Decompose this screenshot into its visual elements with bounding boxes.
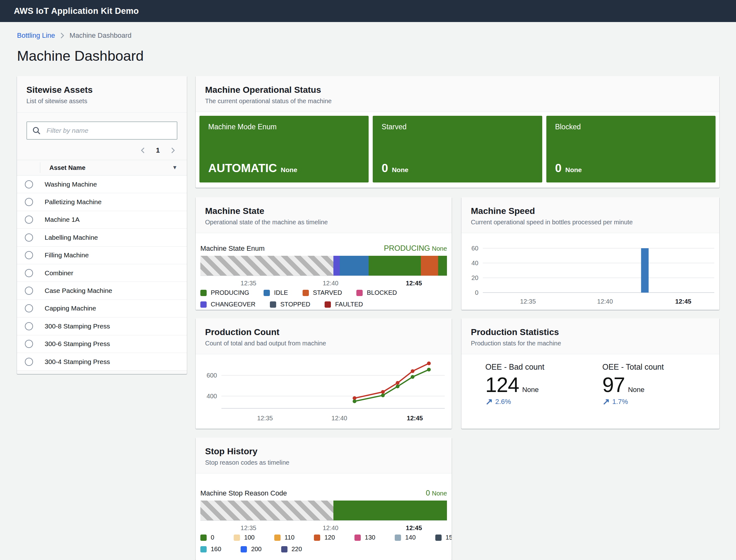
table-row[interactable]: Capping Machine: [17, 300, 187, 317]
production-count-line-chart: 60040012:3512:4012:45: [196, 354, 452, 429]
machine-speed-subtitle: Current operational speed in bottles pro…: [471, 219, 710, 226]
asset-name: Washing Machine: [45, 181, 97, 188]
asset-name-column-header: Asset Name: [49, 164, 86, 171]
asset-radio[interactable]: [25, 198, 33, 206]
legend-swatch: [274, 535, 281, 541]
sort-descending-icon[interactable]: ▼: [172, 165, 177, 171]
radio-column-header: [17, 160, 40, 175]
asset-radio[interactable]: [25, 216, 33, 224]
table-row[interactable]: Washing Machine: [17, 176, 187, 193]
legend-item: IDLE: [264, 289, 288, 296]
legend-label: 120: [324, 534, 335, 541]
asset-radio[interactable]: [25, 233, 33, 242]
machine-speed-bar-chart: 604020012:3512:4012:45: [461, 233, 719, 310]
svg-text:12:45: 12:45: [407, 415, 423, 422]
legend-item: FAULTED: [325, 301, 363, 308]
stop-history-title: Stop History: [205, 446, 442, 456]
legend-item: 200: [241, 546, 261, 553]
legend-item: STARVED: [303, 289, 342, 296]
legend-row: 0100110120130140150: [200, 534, 447, 541]
previous-page-button[interactable]: [139, 145, 147, 155]
svg-text:12:40: 12:40: [332, 415, 347, 422]
table-row[interactable]: Labelling Machine: [17, 229, 187, 246]
data-point: [396, 384, 399, 388]
next-page-button[interactable]: [169, 145, 177, 155]
svg-text:12:35: 12:35: [520, 298, 536, 305]
table-row[interactable]: Machine 1A: [17, 211, 187, 229]
stat-trend-percent: 2.6%: [495, 398, 511, 406]
legend-label: 100: [244, 534, 255, 541]
kpi-label: Blocked: [555, 123, 707, 131]
speed-bar: [641, 248, 649, 293]
machine-state-subtitle: Operational state of the machine as time…: [205, 219, 442, 226]
legend-label: 150: [446, 534, 452, 541]
table-row[interactable]: Case Packing Machine: [17, 282, 187, 300]
timeline-current-value: PRODUCING: [384, 244, 430, 252]
table-row[interactable]: 300-8 Stamping Press: [17, 317, 187, 335]
table-row[interactable]: Filling Machine: [17, 247, 187, 264]
line-series-bad-count: [355, 370, 429, 401]
data-point: [353, 400, 357, 403]
asset-radio[interactable]: [25, 180, 33, 188]
breadcrumb-link-bottling-line[interactable]: Bottling Line: [17, 31, 55, 40]
asset-radio[interactable]: [25, 304, 33, 312]
stop-history-panel: Stop History Stop reason codes as timeli…: [196, 438, 452, 560]
legend-swatch: [355, 535, 361, 541]
legend-row: PRODUCINGIDLESTARVEDBLOCKED: [200, 289, 447, 296]
production-count-subtitle: Count of total and bad output from machi…: [205, 340, 442, 347]
asset-name: 300-6 Stamping Press: [45, 340, 110, 348]
page-number[interactable]: 1: [156, 146, 160, 154]
filter-input[interactable]: [26, 121, 177, 140]
asset-name: Machine 1A: [45, 216, 80, 223]
legend-swatch: [234, 535, 240, 541]
asset-radio[interactable]: [25, 251, 33, 259]
legend-item: 150: [435, 534, 452, 541]
stat-unit: None: [522, 386, 539, 394]
stat-oee-total-count: OEE - Total count 97 None ↗ 1.7%: [602, 362, 719, 406]
legend-label: 0: [211, 534, 214, 541]
asset-table-header[interactable]: Asset Name ▼: [17, 160, 187, 176]
app-title: AWS IoT Application Kit Demo: [14, 6, 139, 16]
asset-name: Filling Machine: [45, 251, 89, 259]
table-row[interactable]: Palletizing Machine: [17, 193, 187, 211]
legend-swatch: [270, 301, 276, 308]
asset-radio[interactable]: [25, 287, 33, 295]
asset-name: 300-4 Stamping Press: [45, 358, 110, 366]
timeline-segment-CHANGEOVER: [334, 256, 340, 276]
kpi-card-starved: Starved 0 None: [373, 116, 542, 182]
kpi-value: AUTOMATIC: [208, 162, 277, 175]
table-row[interactable]: Combiner: [17, 264, 187, 282]
kpi-label: Machine Mode Enum: [208, 123, 360, 131]
kpi-unit: None: [565, 166, 582, 174]
svg-text:0: 0: [475, 289, 478, 296]
asset-radio[interactable]: [25, 269, 33, 277]
legend-swatch: [200, 535, 207, 541]
kpi-card-machine-mode: Machine Mode Enum AUTOMATIC None: [200, 116, 368, 182]
stat-value: 97: [602, 373, 625, 397]
table-row[interactable]: 300-4 Stamping Press: [17, 353, 187, 371]
timeline-segment-no-data: [200, 256, 334, 276]
asset-radio[interactable]: [25, 340, 33, 348]
asset-radio[interactable]: [25, 358, 33, 366]
operational-status-header: Machine Operational Status The current o…: [196, 76, 719, 112]
production-statistics-subtitle: Production stats for the machine: [471, 340, 710, 347]
stop-history-subtitle: Stop reason codes as timeline: [205, 459, 442, 466]
legend-item: PRODUCING: [200, 289, 249, 296]
sidebar-title: Sitewise Assets: [26, 85, 177, 95]
legend-label: STOPPED: [280, 301, 310, 308]
operational-status-title: Machine Operational Status: [205, 85, 710, 95]
machine-state-panel: Machine State Operational state of the m…: [196, 197, 452, 310]
legend-item: 130: [355, 534, 375, 541]
stat-label: OEE - Total count: [602, 362, 719, 372]
legend-label: 110: [285, 534, 295, 541]
page-title: Machine Dashboard: [17, 48, 719, 64]
asset-radio[interactable]: [25, 322, 33, 330]
asset-name: Capping Machine: [45, 305, 96, 312]
table-row[interactable]: 300-6 Stamping Press: [17, 335, 187, 353]
legend-swatch: [357, 290, 363, 296]
legend-swatch: [200, 290, 207, 296]
stat-trend-percent: 1.7%: [612, 398, 628, 406]
legend-label: 140: [405, 534, 415, 541]
filter-box: [26, 121, 177, 140]
legend-item: 100: [234, 534, 255, 541]
